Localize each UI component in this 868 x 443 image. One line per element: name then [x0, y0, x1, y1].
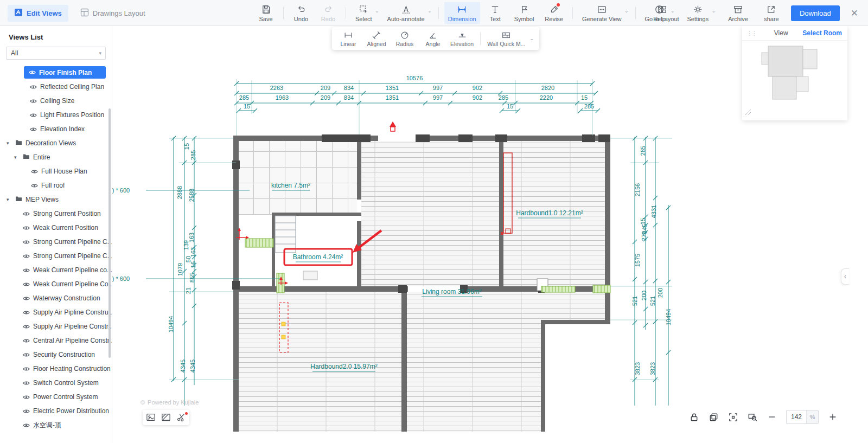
dimension-tool-button[interactable]: Dimension: [444, 2, 480, 24]
generate-view-icon: [597, 4, 607, 15]
redo-button[interactable]: Redo: [316, 2, 340, 24]
settings-button[interactable]: Settings ⌄: [683, 2, 712, 24]
share-button[interactable]: share: [760, 2, 783, 24]
sidebar-item-strong-current-pipeline-1[interactable]: Strong Current Pipeline C...: [0, 235, 112, 249]
material-fill-button[interactable]: [161, 413, 171, 422]
help-button[interactable]: Help ⌄: [647, 2, 671, 24]
base-image-button[interactable]: [146, 413, 156, 422]
eye-icon: [30, 84, 37, 91]
section-cut-button[interactable]: [176, 413, 186, 422]
chevron-down-icon[interactable]: ⌄: [671, 8, 675, 14]
eye-icon: [30, 126, 37, 133]
dimension-label: 209: [321, 85, 330, 91]
chevron-down-icon[interactable]: ▾: [7, 197, 12, 202]
sidebar-item-switch-control-system[interactable]: Switch Control System: [0, 376, 112, 390]
sidebar-item-weak-current-position[interactable]: Weak Current Position: [0, 221, 112, 235]
fit-to-screen-button[interactable]: [728, 412, 738, 422]
eye-icon: [23, 351, 30, 358]
sidebar-item-floor-finish-plan[interactable]: Floor Finish Plan: [24, 66, 106, 79]
sidebar-item-ceiling-size[interactable]: Ceiling Size: [0, 94, 112, 108]
sidebar-item-reflected-ceiling-plan[interactable]: Reflected Ceiling Plan: [0, 80, 112, 94]
chevron-down-icon[interactable]: ⌄: [375, 8, 379, 14]
sidebar-item-full-house-plan[interactable]: Full House Plan: [0, 164, 112, 178]
resize-corner-icon[interactable]: [745, 108, 751, 118]
zoom-in-button[interactable]: [828, 412, 838, 422]
save-button[interactable]: Save: [254, 2, 278, 24]
drawing-tools: Save Undo Redo Select ⌄ Auto-annotate ⌄: [254, 2, 683, 24]
sidebar-item-elevation-index[interactable]: Elevation Index: [0, 122, 112, 136]
chevron-down-icon[interactable]: ⌄: [529, 36, 534, 41]
eye-icon: [23, 295, 30, 302]
panel-collapse-handle[interactable]: ‹: [841, 268, 849, 285]
sidebar-folder-mep-views[interactable]: ▾ MEP Views: [0, 192, 112, 207]
drawing-canvas-area[interactable]: 10576 2263 209 834 1351 997 902 2820 285…: [112, 26, 868, 443]
generate-view-button[interactable]: Generate View ⌄: [578, 2, 626, 24]
tab-view[interactable]: View: [760, 29, 802, 37]
zoom-to-region-button[interactable]: [748, 412, 758, 422]
toolbar-separator: [438, 7, 439, 19]
drawings-layout-tab[interactable]: Drawings Layout: [80, 8, 145, 18]
symbol-tool-button[interactable]: Symbol: [510, 2, 538, 24]
sidebar-item-supply-air-pipeline-2[interactable]: Supply Air Pipeline Constr...: [0, 319, 112, 333]
dimension-label: 521: [631, 296, 638, 306]
sidebar-scrollbar[interactable]: [108, 108, 111, 358]
dimension-label: 4331: [650, 205, 657, 218]
select-tool-button[interactable]: Select ⌄: [352, 2, 376, 24]
zoom-value[interactable]: 142: [787, 410, 806, 423]
sidebar-item-floor-heating-construction[interactable]: Floor Heating Construction: [0, 362, 112, 376]
wall-quick-measure-button[interactable]: Wall Quick M... ⌄: [487, 30, 534, 47]
sidebar-item-supply-air-pipeline-1[interactable]: Supply Air Pipline Constru...: [0, 305, 112, 319]
zoom-level-field[interactable]: 142 %: [786, 410, 819, 424]
sidebar-item-water-ac-ceiling[interactable]: 水空调-顶: [0, 418, 112, 432]
archive-button[interactable]: Archive: [724, 2, 752, 24]
aligned-dimension-button[interactable]: Aligned: [366, 30, 387, 47]
lock-button[interactable]: [689, 412, 699, 422]
sidebar-item-weak-current-pipeline-1[interactable]: Weak Current Pipeline co...: [0, 263, 112, 277]
dimension-label: 15: [640, 218, 646, 224]
dimension-label: 1963: [276, 94, 289, 101]
sidebar-folder-decoration-views[interactable]: ▾ Decoration Views: [0, 136, 112, 150]
chevron-down-icon[interactable]: ▾: [7, 140, 12, 146]
sidebar-item-strong-current-pipeline-2[interactable]: Strong Current Pipeline C...: [0, 249, 112, 263]
chevron-down-icon[interactable]: ⌄: [427, 8, 432, 14]
bathroom-fixture: [303, 271, 317, 280]
sidebar-item-full-roof[interactable]: Full roof: [0, 178, 112, 192]
zoom-out-button[interactable]: [767, 412, 777, 422]
elevation-dimension-button[interactable]: Elevation: [450, 30, 474, 47]
dimension-label: 285: [499, 94, 508, 101]
angle-dimension-button[interactable]: Angle: [422, 30, 444, 47]
sidebar-folder-entire[interactable]: ▾ Entire: [0, 150, 112, 164]
duplicate-view-button[interactable]: [709, 412, 719, 422]
chevron-left-icon: ‹: [844, 273, 846, 280]
sidebar-item-weak-current-pipeline-2[interactable]: Weak Current Pipeline Co...: [0, 277, 112, 291]
linear-dimension-button[interactable]: Linear: [337, 30, 359, 47]
sidebar-item-security-construction[interactable]: Security Construction: [0, 348, 112, 362]
eye-icon: [23, 394, 30, 401]
revise-tool-button[interactable]: Revise: [541, 2, 567, 24]
close-icon[interactable]: ✕: [847, 8, 861, 19]
drag-handle-icon[interactable]: ⋮⋮: [742, 30, 760, 37]
sidebar-item-waterway-construction[interactable]: Waterway Construction: [0, 291, 112, 305]
undo-button[interactable]: Undo: [289, 2, 313, 24]
chevron-down-icon[interactable]: ⌄: [712, 8, 716, 14]
edit-views-tab[interactable]: Edit Views: [8, 5, 68, 22]
auto-annotate-button[interactable]: Auto-annotate ⌄: [384, 2, 429, 24]
sidebar-item-light-fixtures-position[interactable]: Light Fixtures Position: [0, 108, 112, 122]
sidebar-item-strong-current-position[interactable]: Strong Current Position: [0, 207, 112, 221]
dimension-label: 285: [640, 146, 646, 156]
radius-dimension-button[interactable]: Radius: [394, 30, 416, 47]
sidebar-item-power-control-system[interactable]: Power Control System: [0, 390, 112, 404]
text-tool-button[interactable]: Text: [483, 2, 507, 24]
chevron-down-icon[interactable]: ⌄: [624, 8, 629, 14]
scale-text: ) * 600: [112, 187, 130, 194]
download-button[interactable]: Download: [791, 5, 840, 21]
minimap-body[interactable]: [742, 41, 847, 120]
tab-select-room[interactable]: Select Room: [802, 29, 847, 37]
chevron-down-icon[interactable]: ▾: [14, 155, 20, 160]
dimension-label: 139: [183, 240, 189, 250]
eye-icon: [23, 408, 30, 415]
views-filter-dropdown[interactable]: All ▾: [6, 47, 106, 60]
room-label-living-room: Living room 31.96m²: [422, 288, 481, 296]
sidebar-item-central-air-pipeline[interactable]: Central Air Pipeline Constr...: [0, 333, 112, 348]
sidebar-item-electric-power-distribution[interactable]: Electric Power Distribution: [0, 404, 112, 418]
